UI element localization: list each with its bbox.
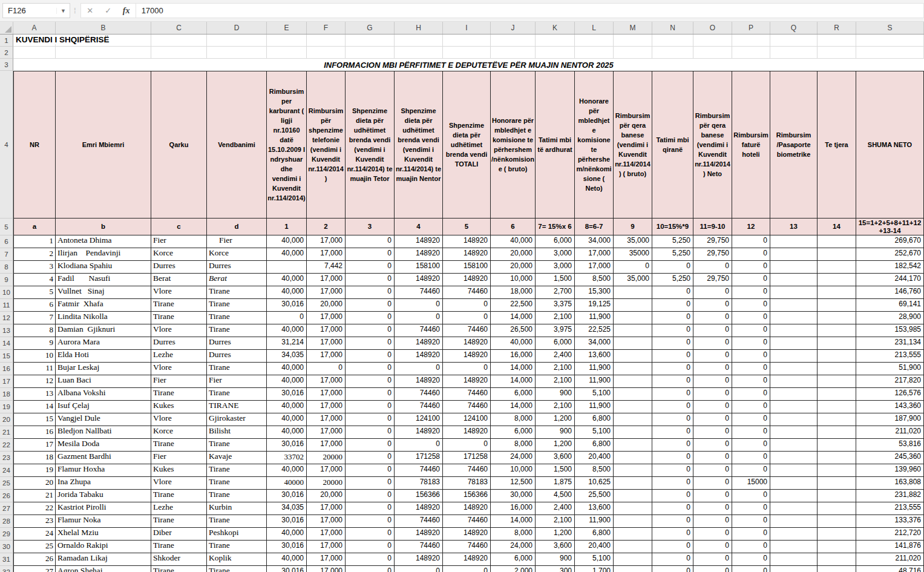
cell-Q23[interactable] [770,452,818,464]
cell-P27[interactable]: 0 [732,502,770,515]
cell-E24[interactable]: 40,000 [267,464,307,477]
cell-B24[interactable]: Flamur Hoxha [56,464,151,477]
cell-B8[interactable]: Klodiana Spahiu [56,261,151,274]
cell-A7[interactable]: 2 [13,248,56,261]
cell-O24[interactable]: 0 [693,464,732,477]
cell-B12[interactable]: Lindita Nikolla [56,312,151,324]
cell-R22[interactable] [818,439,856,452]
cell-F8[interactable]: 7,442 [307,261,346,274]
cell-A9[interactable]: 4 [13,274,56,286]
cell-E2[interactable] [267,47,307,59]
cell-B9[interactable]: Fadil Nasufi [56,274,151,286]
name-box-dropdown-icon[interactable]: ▼ [56,8,70,14]
cell-J6[interactable]: 40,000 [491,235,536,248]
cell-G21[interactable]: 0 [346,426,395,439]
cell-C30[interactable]: Tirane [151,541,207,553]
cell-A10[interactable]: 5 [13,286,56,299]
cell-C32[interactable]: Tirane [151,566,207,572]
cell-L13[interactable]: 22,525 [575,324,614,337]
cell-B14[interactable]: Aurora Mara [56,337,151,350]
row-header-12[interactable]: 12 [0,312,13,324]
header-cell-D4[interactable]: Vendbanimi [207,71,267,219]
cell-S17[interactable]: 217,820 [856,375,924,388]
cell-P20[interactable]: 0 [732,413,770,426]
cell-N23[interactable]: 0 [652,452,693,464]
cell-G19[interactable]: 0 [346,401,395,413]
cell-P32[interactable]: 0 [732,566,770,572]
cell-N15[interactable]: 0 [652,350,693,363]
row-header-14[interactable]: 14 [0,337,13,350]
cell-E12[interactable]: 0 [267,312,307,324]
cell-D14[interactable]: Durres [207,337,267,350]
cell-L19[interactable]: 11,900 [575,401,614,413]
cell-A11[interactable]: 6 [13,299,56,312]
cell-D1[interactable] [207,35,267,47]
cell-I29[interactable]: 148920 [443,528,491,541]
cell-H13[interactable]: 74460 [395,324,443,337]
cell-E23[interactable]: 33702 [267,452,307,464]
cell-S30[interactable]: 141,876 [856,541,924,553]
enter-icon[interactable]: ✓ [99,6,117,15]
cell-M27[interactable] [614,502,652,515]
cell-P14[interactable]: 0 [732,337,770,350]
cell-L31[interactable]: 5,100 [575,553,614,566]
cell-L30[interactable]: 20,400 [575,541,614,553]
cell-P28[interactable]: 0 [732,515,770,528]
cell-L21[interactable]: 5,100 [575,426,614,439]
cell-G29[interactable]: 0 [346,528,395,541]
cell-K28[interactable]: 2,100 [536,515,575,528]
cell-F9[interactable]: 17,000 [307,274,346,286]
cell-M6[interactable]: 35,000 [614,235,652,248]
col-header-C[interactable]: C [151,22,207,34]
cell-N20[interactable]: 0 [652,413,693,426]
cell-E29[interactable]: 40,000 [267,528,307,541]
cell-A12[interactable]: 7 [13,312,56,324]
cell-E8[interactable] [267,261,307,274]
cell-K1[interactable] [536,35,575,47]
cell-O2[interactable] [693,47,732,59]
cell-F16[interactable]: 0 [307,363,346,375]
cell-C17[interactable]: Fier [151,375,207,388]
cell-I30[interactable]: 74460 [443,541,491,553]
cell-H18[interactable]: 74460 [395,388,443,401]
col-header-B[interactable]: B [56,22,151,34]
cell-Q9[interactable] [770,274,818,286]
cell-M32[interactable] [614,566,652,572]
cell-L9[interactable]: 8,500 [575,274,614,286]
cell-G27[interactable]: 0 [346,502,395,515]
cell-J17[interactable]: 14,000 [491,375,536,388]
cell-D15[interactable]: Durres [207,350,267,363]
cell-K18[interactable]: 900 [536,388,575,401]
cell-G25[interactable]: 0 [346,477,395,490]
cell-M26[interactable] [614,490,652,502]
cell-E28[interactable]: 30,016 [267,515,307,528]
cell-Q10[interactable] [770,286,818,299]
cell-R26[interactable] [818,490,856,502]
cell-E17[interactable]: 40,000 [267,375,307,388]
cell-G23[interactable]: 0 [346,452,395,464]
cell-G6[interactable]: 0 [346,235,395,248]
cell-J15[interactable]: 16,000 [491,350,536,363]
cell-C27[interactable]: Lezhe [151,502,207,515]
cell-K31[interactable]: 900 [536,553,575,566]
cell-S25[interactable]: 163,808 [856,477,924,490]
row-header-4[interactable]: 4 [0,71,13,219]
cell-S26[interactable]: 231,882 [856,490,924,502]
header-cell-H4[interactable]: Shpenzime dieta për udhëtimet brenda ven… [395,71,443,219]
cell-J29[interactable]: 8,000 [491,528,536,541]
cell-A14[interactable]: 9 [13,337,56,350]
cell-P1[interactable] [732,35,770,47]
col-header-M[interactable]: M [614,22,652,34]
cell-G11[interactable]: 0 [346,299,395,312]
row-header-23[interactable]: 23 [0,452,13,464]
cell-N6[interactable]: 5,250 [652,235,693,248]
cell-O25[interactable]: 0 [693,477,732,490]
cell-J23[interactable]: 24,000 [491,452,536,464]
cell-I31[interactable]: 148920 [443,553,491,566]
cell-K19[interactable]: 2,100 [536,401,575,413]
cell-R15[interactable] [818,350,856,363]
cell-L23[interactable]: 20,400 [575,452,614,464]
cell-N30[interactable]: 0 [652,541,693,553]
cell-G7[interactable]: 0 [346,248,395,261]
cell-Q14[interactable] [770,337,818,350]
